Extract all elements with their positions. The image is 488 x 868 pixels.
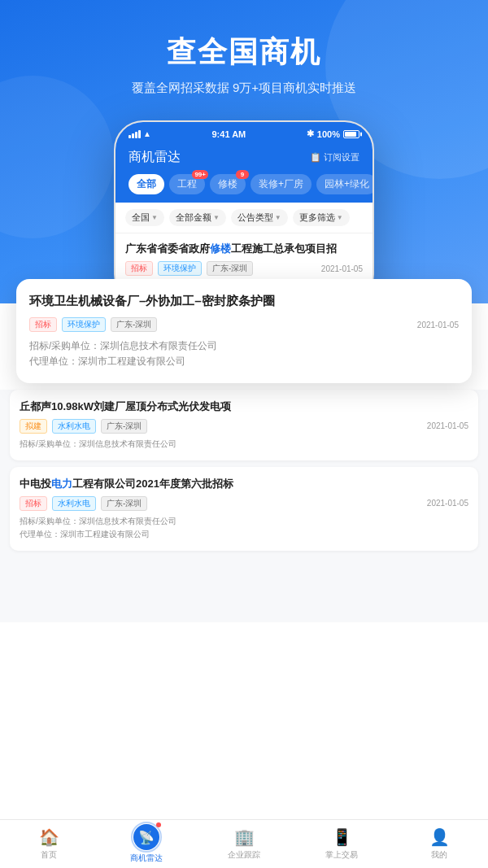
card-3-sub-2: 代理单位：深圳市工程建设有限公司 <box>20 528 468 541</box>
subscribe-button[interactable]: 📋 订阅设置 <box>310 151 359 164</box>
tab-engineering[interactable]: 99+ 工程 <box>169 174 205 194</box>
tab-engineering-badge: 99+ <box>192 170 208 179</box>
chevron-down-icon-3: ▼ <box>275 214 281 221</box>
card-3-date: 2021-01-05 <box>427 499 468 508</box>
card-2-title: 丘都声10.98kW刘建厂屋顶分布式光伏发电项 <box>20 399 468 414</box>
status-right: ✱ 100% <box>307 129 359 139</box>
tab-garden[interactable]: 园林+绿化 <box>316 174 374 194</box>
chevron-down-icon-4: ▼ <box>337 214 343 221</box>
filter-type[interactable]: 公告类型 ▼ <box>231 209 288 226</box>
filter-amount[interactable]: 全部金额 ▼ <box>169 209 226 226</box>
battery-fill <box>345 132 356 137</box>
list-item-1-tags: 招标 环境保护 广东-深圳 2021-01-05 <box>125 261 363 276</box>
nav-enterprise[interactable]: 🏢 企业跟踪 <box>195 820 293 868</box>
nav-home-label: 首页 <box>41 849 57 861</box>
status-bar: ▲ 9:41 AM ✱ 100% <box>115 122 373 144</box>
card-2-date: 2021-01-05 <box>427 421 468 430</box>
filter-amount-label: 全部金额 <box>176 212 211 224</box>
filter-type-label: 公告类型 <box>237 212 273 224</box>
trade-icon: 📱 <box>332 827 352 847</box>
floating-card-tags: 招标 环境保护 广东-深圳 2021-01-05 <box>29 317 459 332</box>
floating-tag-loc: 广东-深圳 <box>111 317 157 332</box>
nav-trade[interactable]: 📱 掌上交易 <box>293 820 390 868</box>
tag-env-1: 环境保护 <box>158 261 202 276</box>
status-time: 9:41 AM <box>211 129 246 139</box>
tabs-bar: 全部 99+ 工程 9 修楼 装修+厂房 园林+绿化 <box>115 174 373 203</box>
nav-dot <box>156 822 161 827</box>
tag-zb-1: 招标 <box>125 261 153 276</box>
tab-repair-label: 修楼 <box>218 178 237 190</box>
hero-subtitle: 覆盖全网招采数据 9万+项目商机实时推送 <box>16 81 472 96</box>
floating-card[interactable]: 环境卫生机械设备厂–外协加工–密封胶条护圈 招标 环境保护 广东-深圳 2021… <box>16 279 472 382</box>
filter-bar: 全国 ▼ 全部金额 ▼ 公告类型 ▼ 更多筛选 ▼ <box>115 203 373 233</box>
signal-bars-icon <box>129 130 141 138</box>
tab-decoration-label: 装修+厂房 <box>259 178 303 190</box>
filter-more[interactable]: 更多筛选 ▼ <box>293 209 350 226</box>
tab-garden-label: 园林+绿化 <box>325 178 369 190</box>
nav-enterprise-label: 企业跟踪 <box>228 849 260 861</box>
radar-icon: 📡 <box>138 830 155 845</box>
card-item-3[interactable]: 中电投电力工程有限公司2021年度第六批招标 招标 水利水电 广东-深圳 202… <box>10 467 478 551</box>
enterprise-icon: 🏢 <box>234 827 255 847</box>
nav-trade-label: 掌上交易 <box>325 849 358 861</box>
hero-section: 查全国商机 覆盖全网招采数据 9万+项目商机实时推送 ▲ 9:41 AM ✱ <box>0 0 488 303</box>
floating-tag-zb: 招标 <box>29 317 57 332</box>
floating-sub-2: 代理单位：深圳市工程建设有限公司 <box>29 354 459 369</box>
nav-home[interactable]: 🏠 首页 <box>0 820 98 868</box>
chevron-down-icon-2: ▼ <box>213 214 220 221</box>
home-icon: 🏠 <box>39 827 59 847</box>
tab-repair[interactable]: 9 修楼 <box>210 174 246 194</box>
hero-title: 查全国商机 <box>16 33 472 72</box>
subscribe-icon: 📋 <box>310 152 321 163</box>
tab-decoration[interactable]: 装修+厂房 <box>251 174 312 194</box>
floating-tag-env: 环境保护 <box>62 317 106 332</box>
filter-region[interactable]: 全国 ▼ <box>125 209 164 226</box>
phone-mockup: ▲ 9:41 AM ✱ 100% 商机雷达 📋 订阅设置 <box>16 120 472 303</box>
cards-section: 丘都声10.98kW刘建厂屋顶分布式光伏发电项 拟建 水利水电 广东-深圳 20… <box>0 390 488 622</box>
profile-icon: 👤 <box>429 827 450 847</box>
card-2-sub: 招标/采购单位：深圳信息技术有限责任公司 <box>20 438 468 451</box>
card-2-tag-water: 水利水电 <box>52 419 96 434</box>
radar-icon-ring: 📡 <box>133 824 159 850</box>
signal-bar-3 <box>135 132 137 138</box>
nav-profile-label: 我的 <box>431 849 447 861</box>
chevron-down-icon: ▼ <box>151 214 158 221</box>
card-2-tag-loc: 广东-深圳 <box>101 419 147 434</box>
list-item-1-title: 广东省省委省政府修楼工程施工总承包项目招 <box>125 242 363 256</box>
card-3-sub-1: 招标/采购单位：深圳信息技术有限责任公司 <box>20 515 468 528</box>
tab-repair-badge: 9 <box>236 170 249 179</box>
signal-bar-4 <box>138 130 141 138</box>
filter-more-label: 更多筛选 <box>299 212 335 224</box>
card-3-tag-water: 水利水电 <box>52 496 96 511</box>
filter-region-label: 全国 <box>132 212 150 224</box>
tag-loc-1: 广东-深圳 <box>207 261 253 276</box>
subscribe-label: 订阅设置 <box>324 151 359 164</box>
floating-card-title: 环境卫生机械设备厂–外协加工–密封胶条护圈 <box>29 292 459 309</box>
card-3-tag-zb: 招标 <box>20 496 47 511</box>
card-item-2[interactable]: 丘都声10.98kW刘建厂屋顶分布式光伏发电项 拟建 水利水电 广东-深圳 20… <box>10 390 478 460</box>
signal-bar-2 <box>132 133 134 138</box>
tab-engineering-label: 工程 <box>177 178 197 190</box>
tab-all[interactable]: 全部 <box>129 174 164 194</box>
tag-date-1: 2021-01-05 <box>321 264 363 273</box>
card-2-tags: 拟建 水利水电 广东-深圳 2021-01-05 <box>20 419 468 434</box>
bottom-nav: 🏠 首页 📡 商机雷达 🏢 企业跟踪 📱 掌上交易 👤 我的 <box>0 819 488 868</box>
nav-radar[interactable]: 📡 商机雷达 <box>98 820 195 868</box>
status-left: ▲ <box>129 129 151 138</box>
battery-percent: 100% <box>317 129 340 139</box>
highlight-text: 修楼 <box>210 242 231 255</box>
card-2-tag-ni: 拟建 <box>20 419 47 434</box>
floating-tag-date: 2021-01-05 <box>417 321 459 329</box>
signal-bar-1 <box>129 135 131 138</box>
phone-header-title: 商机雷达 <box>129 149 181 166</box>
nav-profile[interactable]: 👤 我的 <box>390 820 488 868</box>
card-3-tags: 招标 水利水电 广东-深圳 2021-01-05 <box>20 496 468 511</box>
battery-icon <box>343 130 359 138</box>
floating-sub-1: 招标/采购单位：深圳信息技术有限责任公司 <box>29 338 459 354</box>
nav-radar-label: 商机雷达 <box>130 853 163 864</box>
card-3-tag-loc: 广东-深圳 <box>101 496 147 511</box>
tab-all-label: 全部 <box>137 178 156 190</box>
phone-frame: ▲ 9:41 AM ✱ 100% 商机雷达 📋 订阅设置 <box>114 120 374 303</box>
card-3-highlight: 电力 <box>51 478 72 490</box>
bluetooth-icon: ✱ <box>307 129 314 139</box>
